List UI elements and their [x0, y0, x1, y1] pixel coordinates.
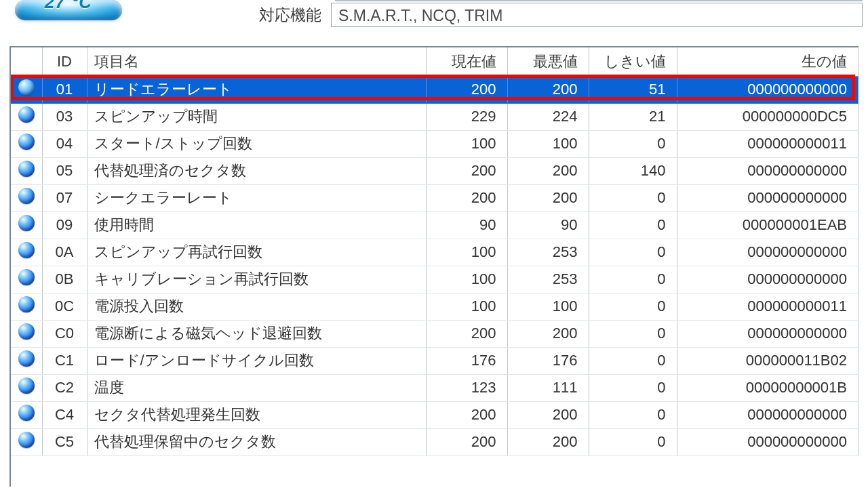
cell-id: 0A: [42, 239, 87, 266]
status-orb-icon: [18, 79, 35, 96]
cell-raw: 000000001EAB: [677, 211, 859, 239]
field-top-border: [335, 0, 863, 1]
table-row[interactable]: C1ロード/アンロードサイクル回数1761760000000011B02: [11, 347, 859, 374]
cell-current: 176: [426, 347, 507, 374]
status-orb-icon: [18, 242, 35, 258]
status-orb-icon: [18, 350, 35, 367]
cell-raw: 000000000011: [677, 130, 859, 157]
col-name[interactable]: 項目名: [87, 47, 426, 76]
cell-threshold: 0: [589, 401, 677, 428]
table-row[interactable]: 0C電源投入回数1001000000000000011: [11, 293, 859, 320]
cell-id: 07: [42, 184, 87, 211]
cell-name: キャリブレーション再試行回数: [87, 266, 426, 293]
cell-id: 03: [42, 103, 87, 130]
cell-threshold: 0: [589, 184, 677, 211]
col-id[interactable]: ID: [42, 47, 87, 76]
cell-worst: 200: [507, 157, 589, 184]
cell-raw: 000000000000: [677, 76, 859, 103]
cell-name: リードエラーレート: [87, 76, 426, 103]
cell-id: C1: [42, 347, 87, 374]
status-cell: [11, 76, 42, 103]
col-status[interactable]: [11, 47, 42, 76]
cell-worst: 253: [507, 266, 589, 293]
cell-worst: 200: [507, 401, 589, 428]
cell-worst: 200: [507, 184, 589, 211]
cell-worst: 100: [507, 293, 589, 320]
table-row[interactable]: C2温度123111000000000001B: [11, 374, 859, 401]
cell-worst: 253: [507, 239, 589, 266]
status-orb-icon: [18, 405, 35, 421]
table-row[interactable]: 0Bキャリブレーション再試行回数1002530000000000000: [11, 266, 859, 293]
cell-name: 代替処理済のセクタ数: [87, 157, 426, 184]
cell-current: 200: [426, 428, 507, 455]
status-orb-icon: [18, 323, 35, 340]
col-threshold[interactable]: しきい値: [589, 47, 677, 76]
temperature-value: 27 °C: [45, 0, 92, 13]
cell-name: セクタ代替処理発生回数: [87, 401, 426, 428]
cell-current: 123: [426, 374, 507, 401]
cell-threshold: 0: [589, 239, 677, 266]
cell-current: 200: [426, 76, 507, 103]
cell-name: ロード/アンロードサイクル回数: [87, 347, 426, 374]
cell-raw: 000000000000: [677, 428, 859, 455]
cell-threshold: 0: [589, 130, 677, 157]
cell-threshold: 0: [589, 428, 677, 455]
cell-current: 200: [426, 401, 507, 428]
cell-raw: 000000011B02: [677, 347, 859, 374]
table-row[interactable]: C4セクタ代替処理発生回数2002000000000000000: [11, 401, 859, 428]
status-cell: [11, 401, 42, 428]
cell-worst: 224: [507, 103, 589, 130]
status-cell: [11, 374, 42, 401]
status-cell: [11, 211, 42, 239]
cell-current: 90: [426, 211, 507, 239]
table-row[interactable]: 03スピンアップ時間22922421000000000DC5: [11, 103, 859, 130]
cell-id: 0B: [42, 266, 87, 293]
table-row[interactable]: 07シークエラーレート2002000000000000000: [11, 184, 859, 211]
cell-current: 200: [426, 320, 507, 347]
table-row[interactable]: C0電源断による磁気ヘッド退避回数2002000000000000000: [11, 320, 859, 347]
table-row[interactable]: 0Aスピンアップ再試行回数1002530000000000000: [11, 239, 859, 266]
cell-raw: 000000000000: [677, 184, 859, 211]
cell-worst: 200: [507, 428, 589, 455]
col-raw[interactable]: 生の値: [677, 47, 859, 76]
table-header-row[interactable]: ID 項目名 現在値 最悪値 しきい値 生の値: [11, 47, 859, 76]
smart-table[interactable]: ID 項目名 現在値 最悪値 しきい値 生の値 01リードエラーレート20020…: [11, 47, 859, 456]
status-orb-icon: [18, 188, 35, 204]
cell-raw: 000000000DC5: [677, 103, 859, 130]
table-row[interactable]: 09使用時間90900000000001EAB: [11, 211, 859, 239]
status-cell: [11, 130, 42, 157]
top-bar: 27 °C 対応機能: [0, 0, 868, 39]
cell-threshold: 21: [589, 103, 677, 130]
table-row[interactable]: C5代替処理保留中のセクタ数2002000000000000000: [11, 428, 859, 455]
table-row[interactable]: 04スタート/ストップ回数1001000000000000011: [11, 130, 859, 157]
cell-id: C0: [42, 320, 87, 347]
feature-field[interactable]: [331, 3, 863, 27]
col-worst[interactable]: 最悪値: [507, 47, 589, 76]
cell-name: スピンアップ時間: [87, 103, 426, 130]
cell-name: 電源投入回数: [87, 293, 426, 320]
col-current[interactable]: 現在値: [426, 47, 507, 76]
cell-id: 04: [42, 130, 87, 157]
status-orb-icon: [18, 134, 35, 150]
status-orb-icon: [18, 215, 35, 231]
cell-current: 200: [426, 157, 507, 184]
cell-name: 電源断による磁気ヘッド退避回数: [87, 320, 426, 347]
cell-raw: 000000000000: [677, 266, 859, 293]
table-row[interactable]: 01リードエラーレート20020051000000000000: [11, 76, 859, 103]
status-orb-icon: [18, 432, 35, 448]
cell-current: 100: [426, 239, 507, 266]
cell-current: 200: [426, 184, 507, 211]
cell-threshold: 140: [589, 157, 677, 184]
cell-worst: 111: [507, 374, 589, 401]
cell-current: 100: [426, 293, 507, 320]
status-cell: [11, 428, 42, 455]
cell-threshold: 0: [589, 320, 677, 347]
temperature-badge[interactable]: 27 °C: [15, 0, 122, 20]
cell-raw: 00000000001B: [677, 374, 859, 401]
cell-worst: 200: [507, 320, 589, 347]
table-row[interactable]: 05代替処理済のセクタ数200200140000000000000: [11, 157, 859, 184]
status-orb-icon: [18, 269, 35, 285]
cell-name: 温度: [87, 374, 426, 401]
cell-raw: 000000000000: [677, 157, 859, 184]
cell-id: C2: [42, 374, 87, 401]
